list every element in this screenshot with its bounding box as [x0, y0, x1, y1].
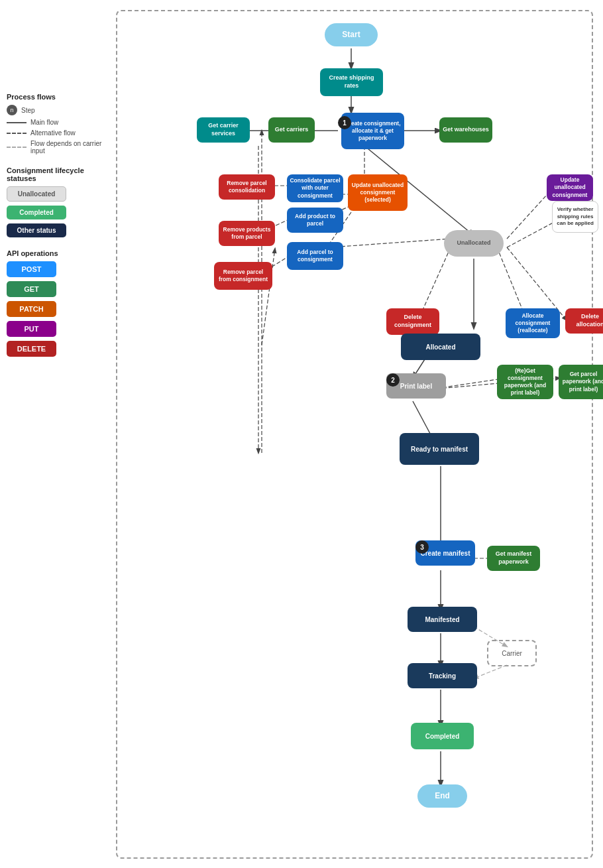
status-completed: Completed	[7, 206, 66, 219]
node-end: End	[417, 784, 467, 808]
circle-label-1: 1	[338, 116, 351, 129]
legend-step-item: n Step	[7, 105, 109, 115]
node-delete-consignment: Delete consignment	[386, 308, 439, 335]
lifecycle-title: Consignment lifecycle statuses	[7, 166, 109, 182]
api-put[interactable]: PUT	[7, 321, 56, 337]
lifecycle-statuses: Consignment lifecycle statuses Unallocat…	[7, 166, 109, 237]
node-update-consignment: Update unallocated consignment	[547, 174, 593, 201]
node-reget-consignment-paperwork: (Re)Get consignment paperwork (and print…	[497, 365, 553, 399]
node-add-parcel: Add parcel to consignment	[287, 242, 343, 270]
process-flows-title: Process flows	[7, 93, 109, 101]
step-label: Step	[21, 107, 35, 114]
node-verify-shipping: Verify whether shipping rules can be app…	[552, 201, 598, 233]
status-other: Other status	[7, 223, 66, 237]
node-remove-parcel-consolidation: Remove parcel consolidation	[219, 174, 275, 200]
diagram: Start Create shipping rates 1 Create con…	[116, 10, 593, 859]
api-patch[interactable]: PATCH	[7, 301, 56, 317]
api-get[interactable]: GET	[7, 281, 56, 297]
node-allocated: Allocated	[401, 334, 480, 360]
node-carrier: Carrier	[487, 640, 537, 666]
node-get-manifest-paperwork: Get manifest paperwork	[487, 546, 540, 571]
node-create-consignment: Create consignment, allocate it & get pa…	[341, 113, 404, 149]
node-tracking: Tracking	[408, 663, 477, 688]
circle-label-3: 3	[415, 540, 429, 554]
node-get-carriers: Get carriers	[268, 117, 315, 143]
node-get-carrier-services: Get carrier services	[197, 117, 250, 143]
node-completed: Completed	[411, 723, 474, 749]
main-flow-label: Main flow	[30, 119, 58, 126]
node-remove-parcel: Remove parcel from consignment	[214, 262, 272, 290]
carrier-flow-line	[7, 147, 27, 148]
api-post[interactable]: POST	[7, 261, 56, 277]
legend-panel: Process flows n Step Main flow Alternati…	[7, 93, 109, 361]
node-start: Start	[325, 23, 378, 46]
node-consolidate-parcel: Consolidate parcel with outer consignmen…	[287, 174, 343, 202]
node-get-parcel-paperwork: Get parcel paperwork (and print label)	[559, 365, 603, 399]
node-ready-to-manifest: Ready to manifest	[400, 433, 479, 465]
main-flow-line	[7, 122, 27, 123]
circle-label-2: 2	[386, 373, 400, 387]
status-unallocated: Unallocated	[7, 186, 66, 202]
node-allocate-consignment: Allocate consignment (reallocate)	[506, 308, 560, 338]
legend-alt-flow-item: Alternative flow	[7, 129, 109, 137]
node-manifested: Manifested	[408, 607, 477, 632]
legend-main-flow-item: Main flow	[7, 119, 109, 126]
api-ops-title: API operations	[7, 249, 109, 257]
api-operations: API operations POST GET PATCH PUT DELETE	[7, 249, 109, 357]
api-delete[interactable]: DELETE	[7, 341, 56, 357]
node-get-warehouses: Get warehouses	[439, 117, 492, 143]
carrier-flow-label: Flow depends on carrier input	[30, 140, 109, 155]
node-delete-allocation: Delete allocation	[565, 308, 603, 334]
node-unallocated-state: Unallocated	[444, 230, 504, 257]
node-create-shipping-rates: Create shipping rates	[320, 68, 383, 96]
svg-line-29	[474, 665, 507, 678]
step-icon: n	[7, 105, 17, 115]
node-remove-products: Remove products from parcel	[219, 221, 275, 246]
node-add-product: Add product to parcel	[287, 208, 343, 233]
node-update-unallocated-selected: Update unallocated consignment (selected…	[348, 174, 408, 211]
alt-flow-label: Alternative flow	[30, 129, 76, 137]
alt-flow-line	[7, 133, 27, 134]
legend-carrier-flow-item: Flow depends on carrier input	[7, 140, 109, 155]
